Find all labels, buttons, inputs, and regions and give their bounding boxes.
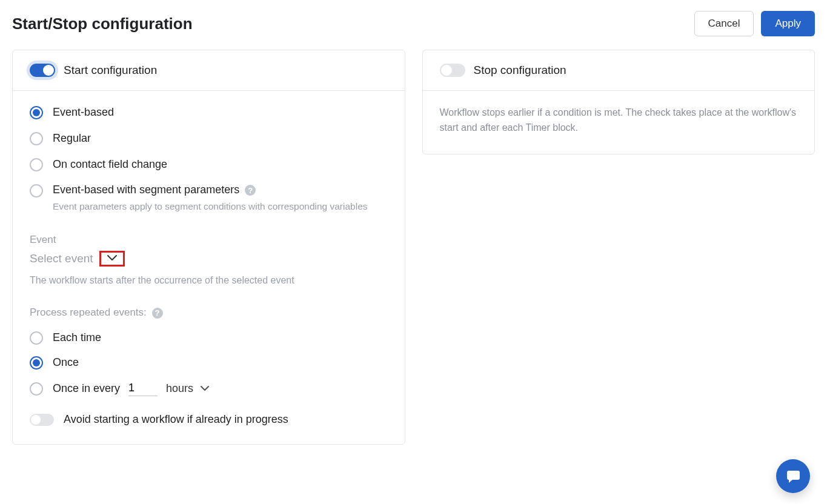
radio-event-segment-text: Event-based with segment parameters xyxy=(53,184,239,196)
event-hint: The workflow starts after the occurrence… xyxy=(30,275,388,286)
radio-contact-field[interactable] xyxy=(30,158,43,171)
radio-once-every[interactable] xyxy=(30,382,43,396)
once-interval-controls: Once in every hours xyxy=(53,380,209,396)
interval-unit-select[interactable]: hours xyxy=(166,382,209,395)
interval-value-input[interactable] xyxy=(128,380,158,396)
radio-regular[interactable] xyxy=(30,132,43,145)
radio-once[interactable] xyxy=(30,356,43,370)
radio-once-row[interactable]: Once xyxy=(30,356,388,370)
radio-once-every-row[interactable]: Once in every hours xyxy=(30,380,388,396)
stop-config-panel: Stop configuration Workflow stops earlie… xyxy=(422,50,815,154)
event-label: Event xyxy=(30,234,388,246)
event-select-chevron-highlight[interactable] xyxy=(99,251,125,267)
event-select[interactable]: Select event xyxy=(30,251,388,267)
avoid-label: Avoid starting a workflow if already in … xyxy=(64,413,288,426)
radio-event-segment-hint: Event parameters apply to segment condit… xyxy=(53,200,388,213)
header-buttons: Cancel Apply xyxy=(694,11,815,36)
interval-unit-text: hours xyxy=(166,382,193,395)
radio-each-time-label: Each time xyxy=(53,331,101,344)
repeat-label: Process repeated events: ? xyxy=(30,307,388,319)
radio-each-time-row[interactable]: Each time xyxy=(30,331,388,345)
stop-panel-header: Stop configuration xyxy=(423,50,815,91)
stop-toggle[interactable] xyxy=(440,64,465,77)
page-header: Start/Stop configuration Cancel Apply xyxy=(12,11,815,36)
start-toggle[interactable] xyxy=(30,64,55,77)
start-mode-group: Event-based Regular On contact field cha… xyxy=(30,105,388,213)
radio-each-time[interactable] xyxy=(30,331,43,345)
radio-once-every-label: Once in every xyxy=(53,382,120,395)
radio-contact-field-row[interactable]: On contact field change xyxy=(30,158,388,171)
event-select-placeholder: Select event xyxy=(30,252,93,265)
chevron-down-icon xyxy=(201,386,209,391)
start-panel-title: Start configuration xyxy=(64,64,157,77)
radio-contact-field-label: On contact field change xyxy=(53,158,167,171)
avoid-toggle[interactable] xyxy=(30,414,54,426)
cancel-button[interactable]: Cancel xyxy=(694,11,754,36)
help-icon[interactable]: ? xyxy=(245,185,256,196)
repeat-group: Each time Once Once in every hours xyxy=(30,331,388,396)
chevron-down-icon xyxy=(107,255,117,261)
start-panel-body: Event-based Regular On contact field cha… xyxy=(13,91,405,444)
chat-fab[interactable] xyxy=(776,459,810,463)
radio-event-segment[interactable] xyxy=(30,184,43,197)
radio-event-based-row[interactable]: Event-based xyxy=(30,105,388,119)
radio-event-segment-label: Event-based with segment parameters ? xyxy=(53,184,388,196)
radio-event-based-label: Event-based xyxy=(53,106,114,119)
radio-regular-label: Regular xyxy=(53,132,91,145)
help-icon[interactable]: ? xyxy=(152,308,163,319)
start-config-panel: Start configuration Event-based Regular … xyxy=(12,50,405,445)
avoid-row: Avoid starting a workflow if already in … xyxy=(30,413,388,426)
radio-once-label: Once xyxy=(53,356,79,369)
page-title: Start/Stop configuration xyxy=(12,15,193,33)
panels: Start configuration Event-based Regular … xyxy=(12,50,815,445)
stop-panel-title: Stop configuration xyxy=(474,64,566,77)
apply-button[interactable]: Apply xyxy=(761,11,815,36)
stop-panel-body: Workflow stops earlier if a condition is… xyxy=(423,91,815,154)
radio-regular-row[interactable]: Regular xyxy=(30,131,388,145)
start-panel-header: Start configuration xyxy=(13,50,405,91)
radio-event-segment-row[interactable]: Event-based with segment parameters ? Ev… xyxy=(30,184,388,213)
repeat-label-text: Process repeated events: xyxy=(30,307,147,318)
radio-event-based[interactable] xyxy=(30,106,43,119)
